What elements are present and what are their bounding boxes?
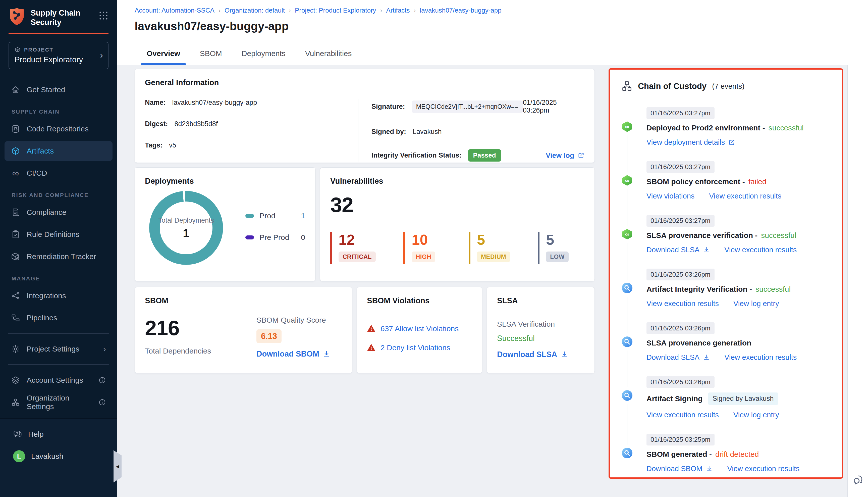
- tab-sbom[interactable]: SBOM: [199, 46, 223, 65]
- svg-text:∞: ∞: [625, 231, 629, 238]
- download-sbom-link[interactable]: Download SBOM: [257, 350, 330, 358]
- repo-icon: [11, 124, 20, 133]
- sidebar-item-rule-definitions[interactable]: Rule Definitions: [4, 225, 113, 244]
- event-links: View execution resultsView log entry: [647, 299, 830, 308]
- breadcrumb-link-lavakush07-easy-buggy-app[interactable]: lavakush07/easy-buggy-app: [420, 6, 502, 14]
- chain-of-custody-panel: Chain of Custody (7 events) ∞01/16/2025 …: [609, 68, 843, 479]
- timestamp-badge: 01/16/2025 03:25pm: [647, 434, 714, 445]
- sidebar-item-code-repositories[interactable]: Code Repositories: [4, 119, 113, 139]
- sidebar-item-label: Artifacts: [27, 147, 54, 155]
- event-status: successful: [761, 231, 796, 240]
- sidebar-item-cicd[interactable]: ∞CI/CD: [4, 163, 113, 183]
- event-link-label: View deployment details: [647, 138, 725, 146]
- slsa-verification-label: SLSA Verification: [497, 320, 584, 328]
- violation-link-2-deny-list-violations[interactable]: 2 Deny list Violations: [380, 343, 450, 352]
- sidebar-footer: Help L Lavakush: [0, 418, 117, 497]
- breadcrumb-separator: ›: [289, 7, 291, 14]
- donut-total-value: 1: [183, 226, 189, 240]
- timestamp: 01/16/2025 03:27pm: [647, 107, 830, 119]
- sidebar-item-label: Remediation Tracker: [27, 252, 96, 261]
- sidebar-item-pipelines[interactable]: Pipelines: [4, 308, 113, 328]
- feedback-chat-icon[interactable]: [852, 474, 864, 485]
- event-timeline: ∞01/16/2025 03:27pmDeployed to Prod2 env…: [621, 107, 830, 487]
- timestamp: 01/16/2025 03:27pm: [647, 161, 830, 173]
- sidebar-item-remediation-tracker[interactable]: Remediation Tracker: [4, 247, 113, 266]
- field-value: lavakush07/easy-buggy-app: [172, 99, 257, 106]
- event-link-download-sbom[interactable]: Download SBOM: [647, 465, 712, 473]
- breadcrumb-separator: ›: [414, 7, 416, 14]
- sidebar-item-get-started[interactable]: Get Started: [4, 80, 113, 99]
- pipeline-step-icon: ∞: [621, 121, 633, 132]
- slsa-verification-status: Successful: [497, 334, 584, 343]
- sidebar-item-account-settings[interactable]: Account Settings: [4, 370, 113, 390]
- org-icon: [11, 398, 20, 407]
- breadcrumb-link-account[interactable]: Account: Automation-SSCA: [135, 6, 215, 14]
- tab-bar: OverviewSBOMDeploymentsVulnerabilities: [146, 46, 353, 65]
- severity-count: 5: [477, 232, 510, 247]
- event-link-label: View execution results: [647, 411, 719, 419]
- app-switcher-grid-icon[interactable]: [99, 11, 108, 20]
- avatar: L: [13, 450, 25, 462]
- tab-overview[interactable]: Overview: [146, 46, 181, 65]
- event-status: successful: [755, 285, 791, 294]
- project-selector[interactable]: PROJECT Product Exploratory ›: [9, 42, 108, 69]
- hierarchy-icon: [621, 81, 633, 92]
- vulnerabilities-total: 32: [330, 193, 584, 217]
- severity-low: 5LOW: [538, 232, 575, 264]
- violation-row: 637 Allow list Violations: [367, 324, 472, 333]
- sidebar-item-organization-settings[interactable]: Organization Settings: [4, 393, 113, 412]
- infinity-icon: ∞: [11, 169, 20, 178]
- event-link-view-deployment-details[interactable]: View deployment details: [647, 138, 735, 146]
- event-link-view-execution-results[interactable]: View execution results: [727, 465, 799, 473]
- sidebar-item-label: Get Started: [27, 85, 65, 94]
- event-link-view-execution-results[interactable]: View execution results: [647, 299, 719, 308]
- sidebar-item-artifacts[interactable]: Artifacts: [4, 141, 113, 161]
- download-slsa-link[interactable]: Download SLSA: [497, 350, 568, 359]
- field-label: Digest:: [145, 120, 168, 128]
- event-link-view-execution-results[interactable]: View execution results: [724, 246, 797, 254]
- timestamp: 01/16/2025 03:25pm: [647, 434, 830, 445]
- tab-deployments[interactable]: Deployments: [241, 46, 287, 65]
- breadcrumb: Account: Automation-SSCA›Organization: d…: [117, 0, 868, 14]
- violations-list: 637 Allow list Violations2 Deny list Vio…: [367, 324, 472, 352]
- svg-text:∞: ∞: [625, 123, 629, 130]
- sidebar-item-label: Code Repositories: [27, 125, 89, 133]
- event-link-view-violations[interactable]: View violations: [647, 192, 694, 200]
- sbom-quality-score-value: 6.13: [257, 329, 281, 343]
- view-log-link[interactable]: View log: [546, 152, 584, 159]
- info-circle-icon: [99, 398, 106, 406]
- breadcrumb-link-artifacts[interactable]: Artifacts: [386, 6, 410, 14]
- deployments-legend: Prod1Pre Prod0: [245, 212, 305, 242]
- tab-vulnerabilities[interactable]: Vulnerabilities: [304, 46, 353, 65]
- breadcrumb-link-organization[interactable]: Organization: default: [225, 6, 285, 14]
- event-link-label: View log entry: [733, 299, 779, 308]
- violation-link-637-allow-list-violations[interactable]: 637 Allow list Violations: [380, 324, 459, 333]
- event-link-download-slsa[interactable]: Download SLSA: [647, 246, 710, 254]
- event-link-view-execution-results[interactable]: View execution results: [724, 353, 797, 361]
- event-links: Download SLSAView execution results: [647, 353, 830, 361]
- breadcrumb-link-project[interactable]: Project: Product Exploratory: [295, 6, 376, 14]
- event-link-view-execution-results[interactable]: View execution results: [709, 192, 781, 200]
- chain-of-custody-event-count: (7 events): [712, 82, 744, 90]
- timestamp: 01/16/2025 03:26pm: [647, 376, 830, 388]
- warning-triangle-icon: [367, 343, 375, 352]
- timestamp-badge: 01/16/2025 03:26pm: [647, 322, 714, 334]
- sidebar-collapse-handle[interactable]: ◀: [114, 450, 121, 482]
- event-link-view-log-entry[interactable]: View log entry: [733, 299, 779, 308]
- event-link-download-slsa[interactable]: Download SLSA: [647, 353, 710, 361]
- event-link-view-execution-results[interactable]: View execution results: [647, 411, 719, 419]
- severity-breakdown: 12CRITICAL10HIGH5MEDIUM5LOW: [330, 232, 584, 264]
- info-circle-icon: [99, 377, 106, 384]
- warning-triangle-icon: [367, 324, 375, 333]
- event-link-view-log-entry[interactable]: View log entry: [733, 411, 779, 419]
- slsa-card: SLSA SLSA Verification Successful Downlo…: [487, 287, 595, 373]
- sidebar-item-compliance[interactable]: Compliance: [4, 202, 113, 222]
- project-cube-icon: [15, 47, 20, 53]
- sidebar-section-risk-and-compliance: RISK AND COMPLIANCE: [12, 192, 113, 199]
- user-menu[interactable]: L Lavakush: [13, 450, 104, 462]
- sidebar-item-project-settings[interactable]: Project Settings›: [4, 339, 113, 359]
- sidebar-item-integrations[interactable]: Integrations: [4, 286, 113, 306]
- sidebar-nav: Get StartedSUPPLY CHAINCode Repositories…: [0, 80, 117, 412]
- event-title: SBOM policy enforcement -: [647, 178, 745, 186]
- help-button[interactable]: Help: [13, 430, 104, 439]
